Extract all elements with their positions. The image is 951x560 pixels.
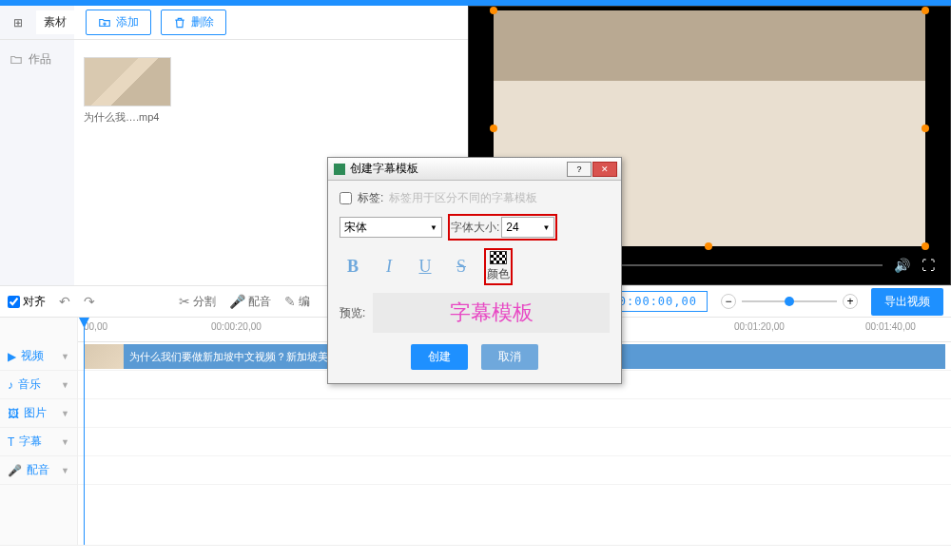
playhead[interactable]	[84, 318, 85, 545]
fullscreen-icon[interactable]: ⛶	[922, 258, 935, 273]
left-sidebar: 作品	[0, 40, 74, 285]
fontsize-select[interactable]: 24 ▼	[501, 217, 554, 238]
style-buttons-row: B I U S 颜色	[340, 248, 610, 285]
clip-thumbnail	[84, 57, 171, 106]
fontsize-value: 24	[506, 221, 518, 234]
align-checkbox-input[interactable]	[8, 296, 20, 308]
create-subtitle-template-dialog: 创建字幕模板 ? ✕ 标签: 标签用于区分不同的字幕模板 宋体 ▼ 字体大小: …	[327, 157, 622, 384]
media-clip[interactable]: 为什么我….mp4	[84, 57, 171, 125]
ruler-tick: 00,00	[84, 321, 107, 332]
track-label-video[interactable]: ▶视频▼	[0, 342, 77, 371]
dialog-app-icon	[334, 164, 345, 175]
dialog-titlebar[interactable]: 创建字幕模板 ? ✕	[328, 158, 621, 181]
sidebar-item-works[interactable]: 作品	[6, 48, 68, 71]
strikethrough-button[interactable]: S	[448, 257, 475, 277]
ruler-tick: 00:00:20,00	[211, 321, 262, 332]
color-highlight: 颜色	[484, 248, 513, 285]
italic-button[interactable]: I	[376, 257, 402, 277]
clip-thumbnail	[84, 344, 124, 369]
chevron-down-icon: ▼	[542, 223, 550, 232]
tag-checkbox[interactable]	[340, 192, 352, 204]
music-icon: ♪	[8, 378, 13, 392]
clip-filename: 为什么我….mp4	[84, 110, 171, 125]
color-swatch-icon	[490, 251, 507, 264]
chevron-down-icon: ▼	[430, 223, 437, 232]
image-icon: 🖼	[8, 407, 19, 420]
add-label: 添加	[116, 14, 139, 30]
resize-handle[interactable]	[922, 7, 929, 14]
sidebar-tab-grid-icon[interactable]: ⊞	[6, 12, 30, 33]
resize-handle[interactable]	[490, 125, 497, 132]
add-button[interactable]: 添加	[86, 10, 151, 35]
ruler-tick: 00:01:20,00	[734, 321, 785, 332]
delete-label: 删除	[191, 14, 214, 30]
track-labels: ▶视频▼ ♪音乐▼ 🖼图片▼ T字幕▼ 🎤配音▼	[0, 318, 78, 545]
works-label: 作品	[29, 51, 51, 68]
video-icon: ▶	[8, 350, 16, 363]
fontsize-highlight: 字体大小: 24 ▼	[448, 214, 557, 241]
folder-plus-icon	[98, 16, 111, 29]
chevron-down-icon: ▼	[61, 437, 69, 447]
pencil-icon: ✎	[284, 294, 296, 309]
trash-icon	[173, 16, 186, 29]
scissors-icon: ✂	[179, 294, 190, 309]
chevron-down-icon: ▼	[61, 380, 69, 390]
chevron-down-icon: ▼	[61, 466, 69, 475]
align-label: 对齐	[23, 294, 46, 310]
subtitle-preview: 字幕模板	[373, 293, 610, 333]
sidebar-tab-materials[interactable]: 素材	[36, 10, 74, 34]
track-label-audio[interactable]: ♪音乐▼	[0, 371, 77, 399]
edit-button[interactable]: ✎编	[284, 294, 310, 310]
font-value: 宋体	[344, 220, 367, 236]
microphone-icon: 🎤	[8, 464, 22, 477]
zoom-slider[interactable]	[742, 300, 837, 302]
cancel-button[interactable]: 取消	[481, 344, 538, 370]
zoom-control: − +	[721, 294, 858, 309]
color-label: 颜色	[487, 266, 510, 282]
delete-button[interactable]: 删除	[161, 10, 226, 35]
font-select[interactable]: 宋体 ▼	[340, 217, 442, 238]
chevron-down-icon: ▼	[61, 409, 69, 418]
create-button[interactable]: 创建	[411, 344, 468, 370]
underline-button[interactable]: U	[412, 257, 438, 277]
track-row-voiceover[interactable]	[78, 456, 951, 485]
text-icon: T	[8, 435, 14, 449]
zoom-in-button[interactable]: +	[843, 294, 858, 309]
align-checkbox[interactable]: 对齐	[8, 294, 46, 310]
voiceover-button[interactable]: 🎤配音	[229, 294, 271, 310]
close-button[interactable]: ✕	[592, 162, 617, 177]
track-row-image[interactable]	[78, 399, 951, 428]
folder-icon	[10, 53, 23, 67]
track-label-image[interactable]: 🖼图片▼	[0, 399, 77, 428]
split-button[interactable]: ✂分割	[179, 294, 216, 310]
sidebar-tabs: ⊞ 素材	[0, 6, 74, 39]
track-label-subtitle[interactable]: T字幕▼	[0, 428, 77, 456]
fontsize-label: 字体大小:	[451, 220, 499, 236]
redo-button[interactable]: ↷	[84, 294, 95, 309]
help-button[interactable]: ?	[567, 162, 592, 177]
track-row-subtitle[interactable]	[78, 428, 951, 456]
zoom-out-button[interactable]: −	[721, 294, 736, 309]
resize-handle[interactable]	[922, 125, 929, 132]
volume-icon[interactable]: 🔊	[894, 258, 910, 273]
tag-placeholder: 标签用于区分不同的字幕模板	[389, 190, 537, 206]
resize-handle[interactable]	[490, 7, 497, 14]
preview-label: 预览:	[340, 305, 365, 321]
tag-label: 标签:	[358, 190, 383, 206]
bold-button[interactable]: B	[340, 257, 366, 277]
color-button[interactable]: 颜色	[487, 251, 510, 282]
dialog-body: 标签: 标签用于区分不同的字幕模板 宋体 ▼ 字体大小: 24 ▼ B I U …	[328, 181, 621, 383]
ruler-tick: 00:01:40,00	[865, 321, 916, 332]
track-label-voiceover[interactable]: 🎤配音▼	[0, 456, 77, 485]
microphone-icon: 🎤	[229, 294, 245, 309]
dialog-title: 创建字幕模板	[350, 161, 418, 177]
undo-button[interactable]: ↶	[59, 294, 70, 309]
export-button[interactable]: 导出视频	[871, 288, 943, 316]
chevron-down-icon: ▼	[61, 352, 69, 361]
